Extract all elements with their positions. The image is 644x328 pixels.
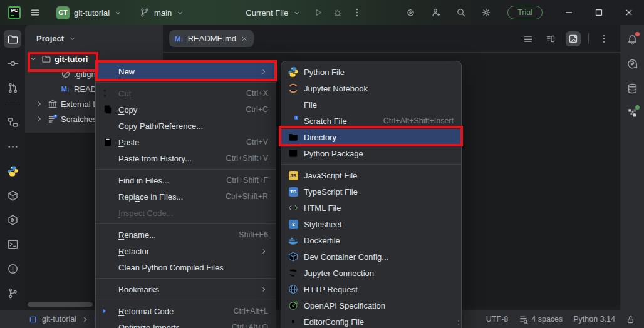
- ai-assistant-icon[interactable]: [406, 8, 416, 18]
- tool-terminal[interactable]: [4, 235, 21, 253]
- ignored-icon: [60, 69, 71, 79]
- indent-indicator[interactable]: 4 spaces: [519, 315, 563, 324]
- menu-item-shortcut: Ctrl+Alt+L: [233, 307, 268, 315]
- tool-plugins[interactable]: [623, 104, 641, 121]
- menu-item-jupyter-connection[interactable]: Jupyter Connection: [281, 265, 461, 281]
- breadcrumb-project[interactable]: git-tutorial: [42, 315, 76, 324]
- menu-item-inspect-code: Inspect Code...: [96, 205, 276, 221]
- menu-item-refactor[interactable]: Refactor: [96, 243, 276, 259]
- menu-item-paste-from-history[interactable]: Paste from History...Ctrl+Shift+V: [96, 150, 276, 167]
- horizontal-scrollbar[interactable]: [28, 302, 93, 307]
- menu-item-replace-in-files[interactable]: Replace in Files...Ctrl+Shift+R: [96, 188, 276, 205]
- library-icon: [47, 99, 58, 109]
- window-controls: [554, 0, 644, 25]
- tool-ai-assistant[interactable]: [623, 55, 641, 73]
- menu-item-html-file[interactable]: HTML File: [281, 200, 461, 216]
- menu-item-python-file[interactable]: Python File: [281, 64, 461, 80]
- menu-item-bookmarks[interactable]: Bookmarks: [96, 281, 276, 297]
- split-view-icon[interactable]: [543, 31, 558, 46]
- menu-item-openapi-specification[interactable]: OpenAPI Specification: [281, 297, 461, 314]
- tool-more-tools[interactable]: [4, 138, 21, 155]
- menu-item-paste[interactable]: PasteCtrl+V: [96, 134, 276, 150]
- tool-pull-requests[interactable]: [4, 79, 21, 96]
- menu-item-label: Copy: [118, 105, 137, 115]
- main-menu-icon[interactable]: [26, 5, 44, 20]
- menu-item-editorconfig-file[interactable]: EditorConfig File: [281, 314, 461, 328]
- maximize-button[interactable]: [584, 0, 614, 25]
- menu-item-copy[interactable]: CopyCtrl+C: [96, 101, 276, 118]
- minimize-button[interactable]: [554, 0, 584, 25]
- menu-item-label: Copy Path/Reference...: [118, 121, 203, 131]
- tool-commit[interactable]: [4, 54, 21, 72]
- close-button[interactable]: [614, 0, 644, 25]
- pkg-cube-icon: [7, 190, 19, 202]
- menu-item-directory[interactable]: Directory: [281, 129, 461, 145]
- css-badge-icon: 3: [288, 219, 299, 229]
- menu-item-reformat-code[interactable]: Reformat CodeCtrl+Alt+L: [96, 303, 276, 319]
- editor-more-icon[interactable]: [596, 31, 611, 46]
- code-with-me-icon[interactable]: [431, 8, 441, 18]
- chevron-down-icon[interactable]: [29, 54, 38, 63]
- tool-notifications[interactable]: [623, 31, 641, 48]
- menu-item-file[interactable]: File: [281, 96, 461, 113]
- status-widgets: UTF-8 4 spaces Python 3.14: [486, 315, 635, 324]
- editor-view-icon[interactable]: [521, 31, 536, 46]
- run-config-name: Current File: [246, 8, 288, 18]
- menu-item-label: Stylesheet: [304, 220, 342, 229]
- menu-item-shortcut: Ctrl+V: [246, 138, 268, 146]
- menu-item-jupyter-notebook[interactable]: Jupyter Notebook: [281, 80, 461, 96]
- tool-problems[interactable]: [4, 260, 21, 277]
- project-selector[interactable]: GT git-tutorial: [53, 4, 126, 22]
- tool-python-console[interactable]: [4, 162, 21, 180]
- chevron-right-icon: [81, 315, 90, 324]
- tool-version-control[interactable]: [4, 284, 21, 302]
- menu-item-find-in-files[interactable]: Find in Files...Ctrl+Shift+F: [96, 172, 276, 188]
- commit-icon: [7, 58, 19, 69]
- encoding-indicator[interactable]: UTF-8: [486, 315, 508, 324]
- debug-button[interactable]: [333, 8, 343, 18]
- chevron-right-icon[interactable]: [35, 100, 44, 108]
- pycharm-window: PC GT git-tutorial main Current File Tri: [0, 0, 644, 328]
- more-actions-icon[interactable]: [352, 8, 362, 18]
- menu-item-stylesheet[interactable]: 3Stylesheet: [281, 216, 461, 232]
- tool-database[interactable]: [623, 79, 641, 97]
- menu-item-label: Scratch File: [304, 116, 347, 126]
- menu-item-rename[interactable]: Rename...Shift+F6: [96, 227, 276, 243]
- tool-project[interactable]: [4, 30, 21, 48]
- menu-item-dockerfile[interactable]: Dockerfile: [281, 232, 461, 249]
- run-button[interactable]: [313, 8, 323, 18]
- tab-close-icon[interactable]: [241, 35, 248, 43]
- menu-item-dev-container-config[interactable]: Dev Container Config...: [281, 249, 461, 265]
- menu-item-new[interactable]: New: [96, 63, 276, 79]
- menu-item-python-package[interactable]: Python Package: [281, 145, 461, 161]
- menu-divider: [96, 278, 276, 279]
- tool-services[interactable]: [4, 211, 21, 228]
- menu-item-http-request[interactable]: HTTP Request: [281, 281, 461, 297]
- project-panel-header[interactable]: Project: [25, 25, 163, 51]
- menu-item-label: EditorConfig File: [304, 317, 364, 327]
- trial-badge[interactable]: Trial: [507, 6, 543, 19]
- preview-view-icon[interactable]: [566, 31, 581, 46]
- chevron-right-icon[interactable]: [35, 115, 44, 123]
- menu-item-optimize-imports[interactable]: Optimize ImportsCtrl+Alt+O: [96, 319, 276, 328]
- tool-structure[interactable]: [4, 113, 21, 131]
- interpreter-indicator[interactable]: Python 3.14: [573, 315, 615, 324]
- branch-selector[interactable]: main: [136, 5, 188, 20]
- unlock-icon[interactable]: [626, 315, 635, 324]
- markdown-icon: M↓: [60, 85, 71, 93]
- search-everywhere-icon[interactable]: [456, 8, 466, 18]
- tool-python-packages[interactable]: [4, 187, 21, 204]
- run-config-selector[interactable]: Current File: [242, 6, 304, 20]
- editor-tab-bar: M↓ README.md: [163, 25, 620, 53]
- menu-item-typescript-file[interactable]: TSTypeScript File: [281, 183, 461, 200]
- tab-readme[interactable]: M↓ README.md: [169, 30, 254, 47]
- menu-item-clean-python-compiled-files[interactable]: Clean Python Compiled Files: [96, 259, 276, 275]
- menu-icon-gutter: [102, 284, 113, 294]
- menu-item-scratch-file[interactable]: Scratch FileCtrl+Alt+Shift+Insert: [281, 113, 461, 129]
- submenu-scroll-indicator: [457, 320, 459, 325]
- menu-item-javascript-file[interactable]: JSJavaScript File: [281, 167, 461, 183]
- menu-item-copy-path-reference[interactable]: Copy Path/Reference...: [96, 118, 276, 134]
- red-status-dot: [635, 32, 640, 36]
- settings-icon[interactable]: [481, 8, 491, 18]
- menu-item-shortcut: Ctrl+Shift+R: [226, 192, 268, 201]
